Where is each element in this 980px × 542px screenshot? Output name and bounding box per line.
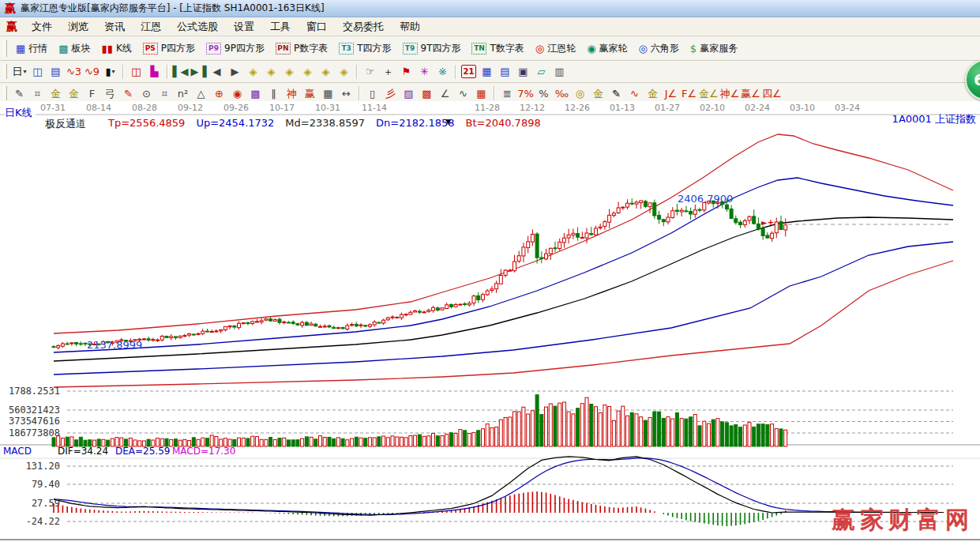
9p-square-button[interactable]: P99P四方形 <box>201 40 270 58</box>
wave-line-icon[interactable]: ∿ <box>454 85 472 102</box>
shen-angle-icon[interactable]: 神∠ <box>719 85 741 102</box>
toolbar-grip[interactable] <box>3 40 7 57</box>
next-bar-icon[interactable]: ▶ <box>226 63 244 81</box>
menu-窗口[interactable]: 窗口 <box>299 17 335 36</box>
title-bar[interactable]: 赢 赢家江恩专业版[赢家内部服务平台] - [上证指数 SH1A0001-163… <box>0 0 980 17</box>
fib-grid-icon[interactable]: F <box>83 85 101 102</box>
hash-tool-icon[interactable]: ⌗ <box>156 85 174 102</box>
gold-grid-1-icon[interactable]: 金 <box>47 85 65 102</box>
info-panel-icon[interactable]: ▤ <box>47 63 65 81</box>
pct-icon[interactable]: % <box>535 85 553 102</box>
si-angle-icon[interactable]: 四∠ <box>761 85 783 102</box>
f-angle-icon[interactable]: F∠ <box>680 85 698 102</box>
winner-service-button[interactable]: $赢家服务 <box>685 40 743 58</box>
t-table-button[interactable]: TNT数字表 <box>466 40 529 58</box>
red-pencil-icon[interactable]: ✎ <box>119 85 137 102</box>
circle-tool-icon[interactable]: ⊙ <box>137 85 156 102</box>
candle-style-dropdown-icon[interactable]: ▾ <box>112 69 115 75</box>
menu-公式选股[interactable]: 公式选股 <box>169 17 226 36</box>
parallel-tool-icon[interactable]: ‖ <box>265 85 283 102</box>
calculator-icon[interactable]: ▦ <box>478 63 496 81</box>
window-layout-icon[interactable]: ◫ <box>28 63 47 81</box>
ying-angle-icon[interactable]: 赢∠ <box>740 85 761 102</box>
menu-设置[interactable]: 设置 <box>226 17 262 36</box>
pencil-tool-icon[interactable]: ✎ <box>10 85 28 102</box>
first-bar-icon[interactable]: ▌◀ <box>171 63 190 81</box>
gold-circle-icon[interactable]: ◎ <box>571 85 589 102</box>
gold-tool-icon[interactable]: 金 <box>644 85 662 102</box>
t-square-button[interactable]: T3T四方形 <box>333 40 396 58</box>
net-tool-icon[interactable]: ※ <box>434 63 452 81</box>
chart-canvas[interactable] <box>0 101 980 542</box>
toolbar-grip[interactable] <box>3 86 7 100</box>
print-icon[interactable]: ▥ <box>550 63 569 81</box>
brush-tool-icon[interactable]: ✎ <box>607 85 625 102</box>
prev-bar-icon[interactable]: ◀ <box>208 63 226 81</box>
9t-square-button[interactable]: T99T四方形 <box>397 40 467 58</box>
gann-compass-icon[interactable]: ⊕ <box>210 85 228 102</box>
flag-tool-icon[interactable]: ⚑ <box>397 63 415 81</box>
levels-tool-icon[interactable]: ≣ <box>498 85 516 102</box>
chart-area[interactable]: 07-3108-1408-2809-1209-2610-1710-3111-14… <box>0 101 980 542</box>
shen-tool-icon[interactable]: 神 <box>283 85 301 102</box>
gold-level-icon[interactable]: 金 <box>589 85 607 102</box>
seven-pct-icon[interactable]: 7% <box>516 85 535 102</box>
angle-line-icon[interactable]: ∠ <box>436 85 454 102</box>
width-measure-icon[interactable]: ↔ <box>337 85 355 102</box>
kline-3-icon[interactable]: ∿3 <box>65 63 83 81</box>
square-number-icon[interactable]: n² <box>174 85 192 102</box>
ying-tool-icon[interactable]: 赢 <box>301 85 319 102</box>
gann-diamond-expand-icon[interactable]: ◈ <box>335 63 353 81</box>
menu-资讯[interactable]: 资讯 <box>96 17 133 36</box>
hexagon-button[interactable]: ◎六角形 <box>633 40 685 58</box>
report-icon[interactable]: ▤ <box>496 63 514 81</box>
red-window-icon[interactable]: ◫ <box>127 63 145 81</box>
bow-grid-icon[interactable]: 弓 <box>101 85 119 102</box>
gann-diamond-left-icon[interactable]: ◈ <box>244 63 262 81</box>
last-bar-icon[interactable]: ▶▐ <box>190 63 208 81</box>
menu-帮助[interactable]: 帮助 <box>392 17 428 36</box>
winner-wheel-button[interactable]: ◉赢家轮 <box>581 40 633 58</box>
menu-工具[interactable]: 工具 <box>262 17 299 36</box>
j-angle-icon[interactable]: J∠ <box>662 85 680 102</box>
hand-tool-icon[interactable]: ☞ <box>361 63 379 81</box>
gold-grid-2-icon[interactable]: 金 <box>65 85 83 102</box>
red-wave-icon[interactable]: ∿ <box>625 85 644 102</box>
kline-9-icon[interactable]: ∿9 <box>83 63 101 81</box>
period-selector-dropdown-icon[interactable]: ▾ <box>23 69 26 75</box>
red-sheet-icon[interactable]: ▦ <box>472 85 490 102</box>
box-select-icon[interactable]: ▯ <box>363 85 381 102</box>
kline-button[interactable]: ▮▮K线 <box>96 40 137 58</box>
paint-chart-icon[interactable]: ▙ <box>145 63 163 81</box>
menu-交易委托[interactable]: 交易委托 <box>335 17 392 36</box>
crosshair-tool-icon[interactable]: ＋ <box>379 63 397 81</box>
ruler-123-icon[interactable]: ▦ <box>319 85 337 102</box>
gann-diamond-h-icon[interactable]: ◈ <box>280 63 299 81</box>
gold-angle-icon[interactable]: 金∠ <box>698 85 719 102</box>
permille-icon[interactable]: ‰ <box>553 85 571 102</box>
shade-grid-icon[interactable]: ▨ <box>400 85 418 102</box>
gann-diamond-right-icon[interactable]: ◈ <box>262 63 280 81</box>
menu-江恩[interactable]: 江恩 <box>133 17 169 36</box>
p-square-button[interactable]: PSP四方形 <box>137 40 201 58</box>
p-table-button[interactable]: PNP数字表 <box>270 40 333 58</box>
menu-文件[interactable]: 文件 <box>24 17 60 36</box>
red-grid-icon[interactable]: ▩ <box>418 85 436 102</box>
calendar-icon[interactable]: 21 <box>461 65 476 78</box>
candle-style-icon[interactable]: ▮▾ <box>101 63 119 81</box>
sectors-button[interactable]: ▩板块 <box>53 40 96 58</box>
gann-wheel-button[interactable]: ◎江恩轮 <box>530 40 581 58</box>
toolbar-grip[interactable] <box>3 64 7 79</box>
gann-diamond-in-icon[interactable]: ◈ <box>299 63 317 81</box>
export-icon[interactable]: ▱ <box>532 63 550 81</box>
flower-tool-icon[interactable]: ✳ <box>415 63 434 81</box>
fan-lines-icon[interactable]: 彡 <box>381 85 400 102</box>
angle-mirror-icon[interactable]: △ <box>192 85 210 102</box>
save-icon[interactable]: ▣ <box>514 63 532 81</box>
purple-grid-icon[interactable]: ▩ <box>246 85 265 102</box>
gann-diamond-cross-icon[interactable]: ◈ <box>317 63 335 81</box>
period-selector-icon[interactable]: 日▾ <box>10 63 28 81</box>
quotes-button[interactable]: ▦行情 <box>10 40 53 58</box>
grid-tool-icon[interactable]: ⌗ <box>28 85 47 102</box>
gann-wheel-small-icon[interactable]: ◉ <box>228 85 246 102</box>
